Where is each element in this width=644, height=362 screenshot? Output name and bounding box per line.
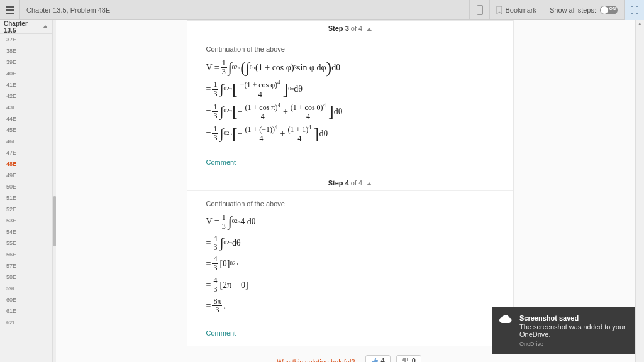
sidebar-item-61E[interactable]: 61E	[0, 305, 52, 317]
sidebar-item-40E[interactable]: 40E	[0, 68, 52, 79]
sidebar-item-52E[interactable]: 52E	[0, 204, 52, 215]
step-3-math: V = 13 ∫02π ( ∫0π (1 + cos φ)3 sin φ dφ …	[206, 59, 494, 143]
sidebar-item-49E[interactable]: 49E	[0, 170, 52, 181]
content: Step 3 of 4 Continuation of the above V …	[56, 20, 644, 362]
step-4-comment-link[interactable]: Comment	[187, 324, 513, 346]
chevron-up-icon	[43, 25, 48, 28]
sidebar: Chapter 13.5 37E38E39E40E41E42E43E44E45E…	[0, 20, 52, 362]
svg-rect-2	[6, 13, 14, 14]
solution-page: Step 3 of 4 Continuation of the above V …	[187, 20, 514, 346]
sidebar-item-53E[interactable]: 53E	[0, 215, 52, 226]
sidebar-item-57E[interactable]: 57E	[0, 260, 52, 272]
sidebar-item-51E[interactable]: 51E	[0, 192, 52, 204]
bookmark-label: Bookmark	[505, 6, 536, 14]
show-steps-control: Show all steps: ON	[543, 0, 624, 20]
sidebar-item-55E[interactable]: 55E	[0, 238, 52, 249]
sidebar-list: 37E38E39E40E41E42E43E44E45E46E47E48E49E5…	[0, 34, 52, 362]
sidebar-heading[interactable]: Chapter 13.5	[0, 20, 52, 34]
menu-icon[interactable]	[0, 0, 20, 20]
toast-body: The screenshot was added to your OneDriv…	[519, 323, 629, 338]
bookmark-icon	[496, 6, 502, 14]
svg-rect-1	[6, 9, 14, 11]
step-3-comment-link[interactable]: Comment	[187, 153, 513, 175]
step-3-lead: Continuation of the above	[206, 45, 494, 53]
sidebar-item-38E[interactable]: 38E	[0, 45, 52, 57]
cloud-icon	[498, 314, 513, 326]
sidebar-item-39E[interactable]: 39E	[0, 57, 52, 68]
content-scrollbar[interactable]: ▴	[635, 20, 644, 362]
sidebar-item-44E[interactable]: 44E	[0, 113, 52, 124]
device-icon[interactable]	[469, 0, 489, 20]
sidebar-item-41E[interactable]: 41E	[0, 79, 52, 90]
sidebar-item-54E[interactable]: 54E	[0, 226, 52, 238]
sidebar-item-43E[interactable]: 43E	[0, 102, 52, 113]
step-4-header[interactable]: Step 4 of 4	[187, 175, 513, 191]
show-steps-label: Show all steps:	[550, 6, 596, 14]
thumbs-up-icon	[371, 357, 379, 362]
step-4-body: Continuation of the above V = 13 ∫02π 4 …	[187, 191, 513, 325]
thumbs-up-button[interactable]: 4	[365, 355, 391, 362]
chevron-up-icon	[367, 182, 372, 185]
show-steps-toggle[interactable]: ON	[600, 6, 618, 14]
sidebar-item-60E[interactable]: 60E	[0, 294, 52, 305]
sidebar-item-45E[interactable]: 45E	[0, 124, 52, 136]
toast-title: Screenshot saved	[519, 314, 629, 322]
screenshot-toast[interactable]: Screenshot saved The screenshot was adde…	[492, 307, 636, 354]
step-4-lead: Continuation of the above	[206, 200, 494, 207]
svg-rect-0	[6, 6, 14, 8]
sidebar-item-47E[interactable]: 47E	[0, 147, 52, 158]
main: Chapter 13.5 37E38E39E40E41E42E43E44E45E…	[0, 20, 644, 362]
topbar: Chapter 13.5, Problem 48E Bookmark Show …	[0, 0, 644, 20]
chevron-up-icon	[367, 28, 372, 31]
step-3-header[interactable]: Step 3 of 4	[187, 21, 513, 36]
sidebar-item-48E[interactable]: 48E	[0, 158, 52, 170]
svg-rect-3	[477, 5, 482, 14]
helpful-question: Was this solution helpful?	[277, 358, 355, 362]
sidebar-item-37E[interactable]: 37E	[0, 34, 52, 45]
toggle-knob	[601, 6, 608, 14]
sidebar-item-46E[interactable]: 46E	[0, 136, 52, 147]
sidebar-item-56E[interactable]: 56E	[0, 249, 52, 260]
step-3-body: Continuation of the above V = 13 ∫02π ( …	[187, 36, 513, 153]
sidebar-item-50E[interactable]: 50E	[0, 181, 52, 192]
step-4-math: V = 13 ∫02π 4 dθ = 43 ∫02π dθ = 43	[206, 214, 494, 315]
sidebar-item-58E[interactable]: 58E	[0, 272, 52, 283]
thumbs-down-button[interactable]: 0	[396, 355, 421, 362]
toast-source: OneDrive	[519, 341, 629, 347]
bookmark-button[interactable]: Bookmark	[489, 0, 543, 20]
fullscreen-icon[interactable]	[624, 0, 644, 20]
thumbs-down-icon	[402, 357, 409, 362]
sidebar-item-42E[interactable]: 42E	[0, 90, 52, 102]
sidebar-item-59E[interactable]: 59E	[0, 283, 52, 294]
sidebar-item-62E[interactable]: 62E	[0, 317, 52, 328]
page-title: Chapter 13.5, Problem 48E	[20, 6, 110, 14]
